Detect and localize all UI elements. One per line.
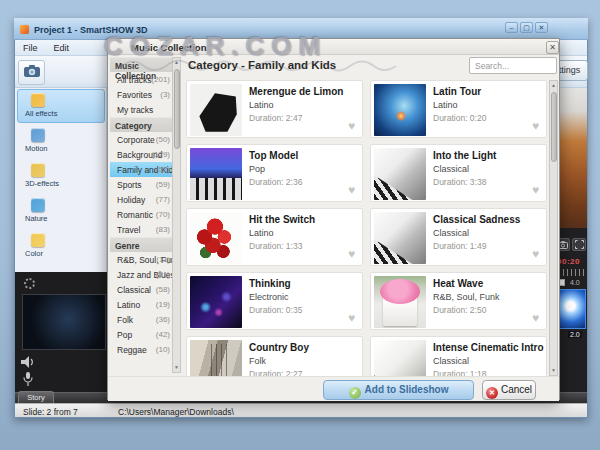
- left-panel-item-all-effects[interactable]: All effects: [17, 89, 105, 123]
- sidebar-item-label: Latino: [117, 300, 140, 310]
- sidebar-item-background[interactable]: Background(129): [110, 147, 172, 162]
- status-file-path: C:\Users\Manager\Downloads\: [118, 407, 234, 417]
- sidebar-item-holiday[interactable]: Holiday(77): [110, 192, 172, 207]
- sidebar-item-r-b-soul-funk[interactable]: R&B, Soul, Funk(11): [110, 252, 172, 267]
- fullscreen-icon[interactable]: [572, 238, 586, 251]
- track-title: Intense Cinematic Intro: [433, 342, 544, 353]
- add-to-slideshow-button[interactable]: ✓Add to Slideshow: [323, 380, 474, 400]
- sidebar-item-my-tracks[interactable]: My tracks: [110, 102, 172, 117]
- track-card-classical-sadness[interactable]: Classical SadnessClassicalDuration: 1:49…: [370, 208, 547, 266]
- blue-brain-thumbnail: [374, 84, 426, 136]
- sidebar-section-category: Category: [110, 117, 172, 132]
- red-x-circle-icon: ✕: [486, 387, 498, 399]
- favorite-heart-icon[interactable]: ♥: [348, 183, 355, 197]
- category-header: Category - Family and Kids: [188, 59, 336, 71]
- sidebar-item-corporate[interactable]: Corporate(50): [110, 132, 172, 147]
- sidebar-item-sports[interactable]: Sports(59): [110, 177, 172, 192]
- sidebar-item-travel[interactable]: Travel(83): [110, 222, 172, 237]
- track-card-heat-wave[interactable]: Heat WaveR&B, Soul, FunkDuration: 2:50♥: [370, 272, 547, 330]
- sheet-keys-thumbnail: [374, 148, 426, 200]
- screen: Project 1 - SmartSHOW 3D – ▢ ✕ FileEdit …: [0, 0, 600, 450]
- left-panel-item-color[interactable]: Color: [17, 229, 105, 263]
- speaker-icon[interactable]: [21, 354, 35, 372]
- cancel-button[interactable]: ✕Cancel: [482, 380, 536, 400]
- search-input[interactable]: [469, 57, 557, 74]
- sidebar-item-all-tracks[interactable]: All tracks(201): [110, 72, 172, 87]
- minimize-button[interactable]: –: [505, 22, 518, 33]
- maximize-button[interactable]: ▢: [520, 22, 533, 33]
- sidebar-section-genre: Genre: [110, 237, 172, 252]
- status-bar: Slide: 2 from 7 C:\Users\Manager\Downloa…: [15, 403, 587, 417]
- sidebar-item-romantic[interactable]: Romantic(70): [110, 207, 172, 222]
- sidebar-item-count: (21): [156, 270, 170, 279]
- slide-duration-label: 2.0: [568, 331, 582, 338]
- sidebar-section-music-collection: Music Collection: [110, 57, 172, 72]
- favorite-heart-icon[interactable]: ♥: [348, 311, 355, 325]
- track-card-top-model[interactable]: Top ModelPopDuration: 2:36♥: [186, 144, 363, 202]
- favorite-heart-icon[interactable]: ♥: [532, 119, 539, 133]
- track-title: Latin Tour: [433, 86, 481, 97]
- scroll-down-icon[interactable]: ▼: [550, 366, 557, 375]
- microphone-icon[interactable]: [23, 372, 33, 391]
- track-card-thinking[interactable]: ThinkingElectronicDuration: 0:35♥: [186, 272, 363, 330]
- close-button[interactable]: ✕: [535, 22, 548, 33]
- left-panel-item-nature[interactable]: Nature: [17, 194, 105, 228]
- sidebar-item-folk[interactable]: Folk(36): [110, 312, 172, 327]
- scroll-up-icon[interactable]: ▲: [173, 58, 180, 67]
- grand-piano-thumbnail: [190, 84, 242, 136]
- track-duration: Duration: 1:18: [433, 369, 486, 376]
- favorite-heart-icon[interactable]: ♥: [532, 183, 539, 197]
- sidebar-item-favorites[interactable]: Favorites(3): [110, 87, 172, 102]
- sidebar-item-count: (42): [156, 330, 170, 339]
- add-photos-button[interactable]: [18, 60, 45, 85]
- slide-thumbnail-photo[interactable]: [556, 88, 587, 228]
- color-icon: [31, 233, 45, 247]
- dialog-footer: ✓Add to Slideshow ✕Cancel: [108, 376, 559, 401]
- track-grid-scrollbar[interactable]: ▲ ▼: [549, 80, 558, 376]
- sidebar-item-pop[interactable]: Pop(42): [110, 327, 172, 342]
- menu-edit[interactable]: Edit: [46, 40, 78, 55]
- speed-label-top: 4.0: [570, 279, 580, 286]
- scroll-down-icon[interactable]: ▼: [173, 363, 180, 372]
- sidebar-item-latino[interactable]: Latino(19): [110, 297, 172, 312]
- storyboard-tab[interactable]: Story: [18, 391, 54, 403]
- track-card-country-boy[interactable]: Country BoyFolkDuration: 2:27♥: [186, 336, 363, 376]
- menu-file[interactable]: File: [15, 40, 46, 55]
- sidebar-scrollbar[interactable]: ▲ ▼: [172, 57, 181, 373]
- track-genre: Folk: [249, 356, 266, 366]
- left-panel-item-motion[interactable]: Motion: [17, 124, 105, 158]
- left-panel-item-label: All effects: [25, 109, 57, 118]
- track-card-hit-the-switch[interactable]: Hit the SwitchLatinoDuration: 1:33♥: [186, 208, 363, 266]
- track-duration: Duration: 2:36: [249, 177, 302, 187]
- track-card-merengue-de-limon[interactable]: Merengue de LimonLatinoDuration: 2:47♥: [186, 80, 363, 138]
- track-card-latin-tour[interactable]: Latin TourLatinoDuration: 0:20♥: [370, 80, 547, 138]
- track-genre: Pop: [249, 164, 265, 174]
- sidebar-item-classical[interactable]: Classical(58): [110, 282, 172, 297]
- stage-keys-thumbnail: [190, 148, 242, 200]
- track-genre: Latino: [249, 228, 274, 238]
- camera-icon: [23, 64, 41, 82]
- left-panel-item-3d-effects[interactable]: 3D-effects: [17, 159, 105, 193]
- favorite-heart-icon[interactable]: ♥: [348, 119, 355, 133]
- nature-icon: [31, 198, 45, 212]
- favorite-heart-icon[interactable]: ♥: [532, 311, 539, 325]
- dialog-close-icon[interactable]: ✕: [546, 41, 559, 54]
- check-circle-icon: ✓: [349, 387, 361, 399]
- sidebar-item-family-and-kids[interactable]: Family and Kids(52): [110, 162, 172, 177]
- grid-scroll-thumb[interactable]: [551, 92, 557, 162]
- favorite-heart-icon[interactable]: ♥: [348, 247, 355, 261]
- gear-icon[interactable]: [24, 278, 35, 289]
- sidebar-item-count: (77): [156, 195, 170, 204]
- 3d-effects-icon: [31, 163, 45, 177]
- track-card-into-the-light[interactable]: Into the LightClassicalDuration: 3:38♥: [370, 144, 547, 202]
- track-title: Classical Sadness: [433, 214, 520, 225]
- sidebar-item-reggae[interactable]: Reggae(10): [110, 342, 172, 357]
- sidebar-scroll-thumb[interactable]: [174, 69, 180, 149]
- scroll-up-icon[interactable]: ▲: [550, 81, 557, 90]
- track-card-intense-cinematic-intro[interactable]: Intense Cinematic IntroClassicalDuration…: [370, 336, 547, 376]
- track-title: Country Boy: [249, 342, 309, 353]
- favorite-heart-icon[interactable]: ♥: [532, 247, 539, 261]
- sidebar-item-jazz-and-blues[interactable]: Jazz and Blues(21): [110, 267, 172, 282]
- motion-icon: [31, 128, 45, 142]
- sidebar-item-count: (11): [156, 255, 170, 264]
